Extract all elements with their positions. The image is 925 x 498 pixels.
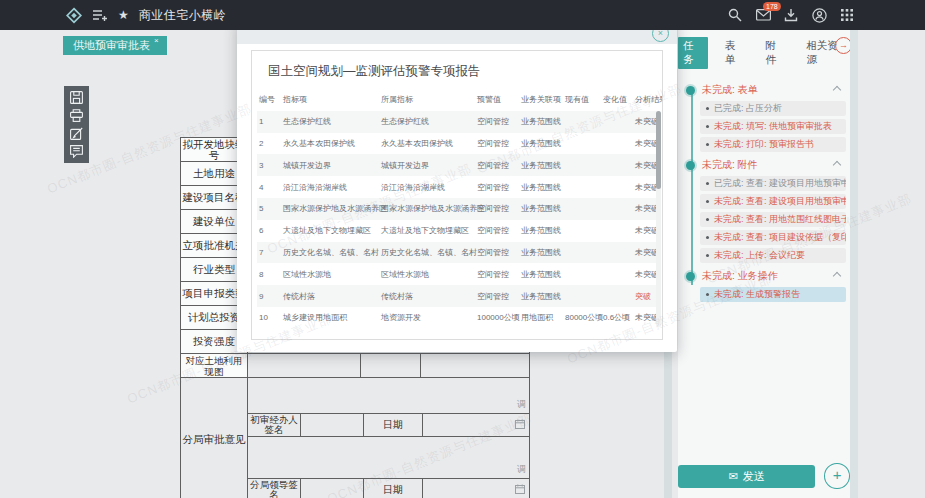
search-icon[interactable] <box>727 7 743 23</box>
task-item[interactable]: 未完成: 填写: 供地预审审批表 <box>700 119 846 134</box>
report-title: 国土空间规划—监测评估预警专项报告 <box>252 51 662 89</box>
task-item[interactable]: 未完成: 打印: 预审报告书 <box>700 137 846 152</box>
column-header: 现有值 <box>565 94 603 105</box>
table-cell: 国家水源保护地及水源涵养区 <box>381 203 477 214</box>
task-section-header[interactable]: 未完成: 业务操作 <box>686 269 844 283</box>
table-cell: 100000公顷 <box>477 312 521 323</box>
task-tree: 未完成: 表单已完成: 占压分析未完成: 填写: 供地预审审批表未完成: 打印:… <box>678 73 850 302</box>
table-cell: 永久基本农田保护线 <box>283 138 381 149</box>
table-row[interactable]: 9传统村落传统村落空间管控业务范围线突破 <box>257 285 657 307</box>
table-cell: 业务范围线 <box>521 182 565 193</box>
table-cell: 空间管控 <box>477 182 521 193</box>
mail-icon[interactable]: 178 <box>755 7 771 23</box>
item-bullet-icon <box>706 218 709 221</box>
task-section-header[interactable]: 未完成: 附件 <box>686 158 844 172</box>
sidebar-tab-表单[interactable]: 表单 <box>721 37 749 69</box>
table-row[interactable]: 7历史文化名城、名镇、名村历史文化名城、名镇、名村空间管控业务范围线未突破 <box>257 242 657 264</box>
timeline-line <box>691 87 693 285</box>
date-field[interactable] <box>423 479 529 498</box>
document-tab-label: 供地预审审批表 <box>73 36 150 55</box>
section-title: 未完成: 业务操作 <box>702 269 834 283</box>
star-icon[interactable]: ★ <box>118 9 129 21</box>
table-row[interactable]: 4沿江沿海沿湖岸线沿江沿海沿湖岸线空间管控业务范围线未突破 <box>257 176 657 198</box>
table-row[interactable]: 3城镇开发边界城镇开发边界空间管控业务范围线未突破 <box>257 154 657 176</box>
download-icon[interactable] <box>783 7 799 23</box>
sidebar-tabs: 任务表单附件相关资源 <box>678 30 850 73</box>
task-item[interactable]: 未完成: 查看: 建设项目用地预审申请报... <box>700 194 846 209</box>
table-cell: 业务范围线 <box>521 247 565 258</box>
table-cell: 业务范围线 <box>521 116 565 127</box>
project-title: 商业住宅小横岭 <box>139 7 227 24</box>
table-cell: 0.6公顷 <box>603 312 635 323</box>
sidebar-tab-附件[interactable]: 附件 <box>762 37 790 69</box>
task-item[interactable]: 未完成: 生成预警报告 <box>700 287 846 302</box>
add-button[interactable]: + <box>824 463 850 489</box>
table-row[interactable]: 6大遗址及地下文物埋藏区大遗址及地下文物埋藏区空间管控业务范围线未突破 <box>257 220 657 242</box>
table-cell: 城镇开发边界 <box>283 160 381 171</box>
print-icon[interactable] <box>68 109 85 122</box>
resize-hint: 调 <box>517 463 526 476</box>
signature-field[interactable] <box>301 414 364 436</box>
task-item[interactable]: 未完成: 上传: 会议纪要 <box>700 248 846 263</box>
sign-row-2: 分局领导签名 日期 <box>248 479 529 498</box>
table-row[interactable]: 2永久基本农田保护线永久基本农田保护线空间管控业务范围线未突破 <box>257 133 657 155</box>
calendar-icon[interactable] <box>515 419 525 429</box>
app-logo-icon[interactable] <box>66 7 82 23</box>
close-icon[interactable]: × <box>154 36 159 46</box>
section-bullet-icon <box>686 161 695 170</box>
signature-field[interactable] <box>301 479 364 498</box>
task-items: 已完成: 查看: 建设项目用地预审申请表...未完成: 查看: 建设项目用地预审… <box>700 176 846 263</box>
table-cell: 8 <box>259 270 283 279</box>
sidebar-tab-任务[interactable]: 任务 <box>678 37 708 69</box>
task-item-label: 未完成: 查看: 用地范围红线图电子光盘 <box>714 213 846 226</box>
list-add-icon[interactable] <box>92 7 108 23</box>
send-button[interactable]: ✉ 发送 <box>678 465 815 488</box>
table-scrollbar[interactable] <box>656 111 661 327</box>
task-item[interactable]: 未完成: 查看: 用地范围红线图电子光盘 <box>700 212 846 227</box>
task-item-label: 未完成: 生成预警报告 <box>714 288 800 301</box>
opinion-textarea-2[interactable]: 调 <box>248 437 529 479</box>
item-bullet-icon <box>706 236 709 239</box>
table-cell: 沿江沿海沿湖岸线 <box>381 182 477 193</box>
cell-divider <box>420 354 421 377</box>
edit-icon[interactable] <box>68 127 85 140</box>
table-cell: 地资源开发 <box>381 312 477 323</box>
item-bullet-icon <box>706 143 709 146</box>
sidebar-scrollbar[interactable] <box>850 30 858 498</box>
sign-label: 分局领导签名 <box>248 479 301 498</box>
table-row[interactable]: 8区域性水源地区域性水源地空间管控业务范围线未突破 <box>257 263 657 285</box>
item-bullet-icon <box>706 125 709 128</box>
form-row-value[interactable] <box>248 353 530 378</box>
table-row[interactable]: 1生态保护红线生态保护红线空间管控业务范围线未突破 <box>257 111 657 133</box>
table-row[interactable]: 10城乡建设用地面积地资源开发100000公顷用地面积80000公顷0.6公顷未… <box>257 307 657 329</box>
table-cell: 业务范围线 <box>521 160 565 171</box>
table-cell: 2 <box>259 139 283 148</box>
date-field[interactable] <box>423 414 529 436</box>
task-sidebar: 任务表单附件相关资源 → 未完成: 表单已完成: 占压分析未完成: 填写: 供地… <box>678 30 925 498</box>
comment-icon[interactable] <box>68 145 85 158</box>
account-icon[interactable] <box>811 7 827 23</box>
column-header: 变化值 <box>603 94 635 105</box>
column-header: 预警值 <box>477 94 521 105</box>
chevron-up-icon[interactable] <box>833 161 841 169</box>
item-bullet-icon <box>706 107 709 110</box>
task-item[interactable]: 未完成: 查看: 项目建设依据（复印件） <box>700 230 846 245</box>
save-icon[interactable] <box>68 91 85 104</box>
table-cell: 传统村落 <box>283 291 381 302</box>
task-item-label: 未完成: 查看: 建设项目用地预审申请报... <box>714 195 846 208</box>
table-row[interactable]: 5国家水源保护地及水源涵养区国家水源保护地及水源涵养区空间管控业务范围线未突破 <box>257 198 657 220</box>
task-item[interactable]: 已完成: 查看: 建设项目用地预审申请表... <box>700 176 846 191</box>
app-grid-icon[interactable] <box>839 7 855 23</box>
chevron-up-icon[interactable] <box>833 272 841 280</box>
table-cell: 生态保护红线 <box>381 116 477 127</box>
task-section-header[interactable]: 未完成: 表单 <box>686 83 844 97</box>
document-tab[interactable]: 供地预审审批表 × <box>63 36 167 55</box>
opinion-textarea-1[interactable]: 调 <box>248 378 529 414</box>
table-cell: 用地面积 <box>521 312 565 323</box>
scrollbar-thumb[interactable] <box>656 111 661 189</box>
calendar-icon[interactable] <box>515 484 525 494</box>
chevron-up-icon[interactable] <box>833 86 841 94</box>
task-item[interactable]: 已完成: 占压分析 <box>700 101 846 116</box>
task-items: 已完成: 占压分析未完成: 填写: 供地预审审批表未完成: 打印: 预审报告书 <box>700 101 846 152</box>
table-cell: 空间管控 <box>477 291 521 302</box>
